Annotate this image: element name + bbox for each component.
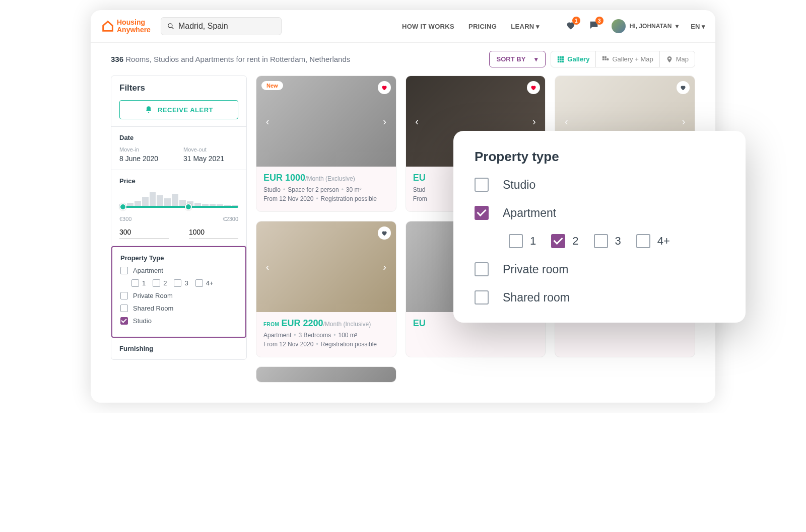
heart-icon (381, 230, 388, 237)
prev-image-button[interactable]: ‹ (260, 260, 275, 274)
nav-how-it-works[interactable]: HOW IT WORKS (402, 23, 454, 30)
map-pin-icon (666, 56, 673, 63)
price-histogram (119, 191, 238, 206)
popup-bedrooms-2[interactable]: 2 (551, 234, 578, 248)
messages-button[interactable]: 3 (588, 20, 599, 33)
svg-rect-7 (562, 58, 564, 60)
popup-bedrooms-3[interactable]: 3 (594, 234, 621, 248)
checkbox-shared-room[interactable]: Shared Room (120, 305, 237, 312)
svg-rect-6 (560, 58, 562, 60)
favorite-button[interactable] (378, 81, 391, 94)
grid-map-icon (602, 56, 609, 63)
checkbox-bedrooms-2[interactable]: 2 (153, 279, 167, 287)
popup-bedrooms-1[interactable]: 1 (509, 234, 536, 248)
user-greeting: HI, JOHNATAN (630, 23, 672, 30)
language-menu[interactable]: EN ▾ (691, 23, 705, 30)
slider-min-handle[interactable] (119, 203, 126, 210)
brand-logo[interactable]: HousingAnywhere (101, 19, 151, 34)
svg-point-15 (607, 58, 609, 60)
nav-learn[interactable]: LEARN ▾ (511, 23, 540, 30)
favorite-button[interactable] (677, 81, 690, 94)
nav-pricing[interactable]: PRICING (468, 23, 497, 30)
filter-price: Price €300€2300 (111, 170, 246, 246)
listing-image: New ‹ › (256, 76, 396, 167)
slider-max-handle[interactable] (185, 203, 192, 210)
next-image-button[interactable]: › (378, 260, 392, 274)
svg-rect-12 (605, 56, 607, 58)
svg-rect-4 (562, 56, 564, 58)
next-image-button[interactable]: › (527, 114, 541, 128)
listing-image (256, 367, 396, 382)
listing-image: ‹ › (256, 221, 396, 312)
svg-rect-14 (605, 58, 607, 60)
listing-card[interactable]: New ‹ › EUR 1000/Month (Exclusive) Studi… (256, 75, 396, 212)
price-min-input[interactable] (119, 226, 169, 239)
heart-icon (680, 84, 687, 91)
svg-rect-11 (602, 56, 604, 58)
nav-links: HOW IT WORKS PRICING LEARN ▾ (402, 23, 540, 30)
popup-option-studio[interactable]: Studio (475, 178, 724, 192)
bell-icon (145, 106, 153, 114)
move-out-field[interactable]: Move-out 31 May 2021 (183, 146, 238, 163)
prev-image-button[interactable]: ‹ (260, 114, 275, 128)
svg-rect-13 (602, 58, 604, 60)
prev-image-button[interactable]: ‹ (559, 114, 573, 128)
next-image-button[interactable]: › (378, 114, 392, 128)
popup-option-shared-room[interactable]: Shared room (475, 290, 724, 305)
move-in-field[interactable]: Move-in 8 June 2020 (119, 146, 174, 163)
chevron-down-icon: ▾ (536, 23, 540, 30)
new-badge: New (261, 81, 283, 90)
view-map[interactable]: Map (660, 51, 695, 67)
popup-bedrooms-4[interactable]: 4+ (636, 234, 670, 248)
checkbox-private-room[interactable]: Private Room (120, 292, 237, 299)
prev-image-button[interactable]: ‹ (410, 114, 424, 128)
search-value: Madrid, Spain (178, 22, 228, 31)
results-header: 336 Rooms, Studios and Apartments for re… (91, 43, 715, 75)
filters-title: Filters (119, 83, 238, 93)
listing-card[interactable]: ‹ › FROMEUR 2200/Month (Inclusive) Apart… (256, 221, 396, 357)
checkbox-apartment[interactable]: Apartment (120, 267, 237, 274)
avatar (612, 19, 626, 33)
property-type-popup: Property type Studio Apartment 1 2 3 4+ … (453, 131, 746, 323)
filter-date: Date Move-in 8 June 2020 Move-out 31 May… (111, 127, 246, 170)
svg-rect-5 (558, 58, 560, 60)
chevron-down-icon: ▾ (676, 23, 679, 30)
price-slider[interactable] (119, 190, 238, 215)
checkbox-bedrooms-4[interactable]: 4+ (195, 279, 214, 287)
price-max-input[interactable] (189, 226, 238, 239)
user-menu[interactable]: HI, JOHNATAN ▾ (612, 19, 679, 33)
checkbox-studio[interactable]: Studio (120, 317, 237, 325)
messages-badge: 3 (595, 17, 603, 25)
favorite-button[interactable] (527, 81, 540, 94)
svg-line-1 (172, 27, 174, 29)
listing-card[interactable] (256, 366, 396, 383)
house-icon (101, 19, 115, 33)
svg-point-0 (168, 24, 172, 28)
favorites-badge: 1 (572, 17, 580, 25)
popup-option-apartment[interactable]: Apartment (475, 206, 724, 220)
grid-icon (557, 56, 564, 63)
view-gallery[interactable]: Gallery (551, 51, 596, 67)
filter-furnishing[interactable]: Furnishing (111, 338, 246, 359)
chevron-down-icon: ▾ (534, 55, 538, 63)
next-image-button[interactable]: › (677, 114, 691, 128)
svg-rect-9 (560, 60, 562, 62)
svg-point-16 (668, 57, 670, 59)
results-count-line: 336 Rooms, Studios and Apartments for re… (111, 55, 350, 63)
heart-icon (530, 84, 537, 91)
svg-rect-8 (558, 60, 560, 62)
favorites-button[interactable]: 1 (565, 20, 576, 33)
view-toggle: Gallery Gallery + Map Map (551, 51, 695, 67)
checkbox-bedrooms-3[interactable]: 3 (174, 279, 188, 287)
checkbox-bedrooms-1[interactable]: 1 (131, 279, 146, 287)
popup-title: Property type (475, 149, 724, 165)
sort-button[interactable]: SORT BY▾ (489, 51, 546, 67)
favorite-button[interactable] (378, 226, 391, 240)
svg-rect-10 (562, 60, 564, 62)
svg-rect-3 (560, 56, 562, 58)
popup-option-private-room[interactable]: Private room (475, 262, 724, 276)
top-icons: 1 3 HI, JOHNATAN ▾ EN ▾ (565, 19, 705, 33)
search-input[interactable]: Madrid, Spain (161, 17, 282, 35)
view-gallery-map[interactable]: Gallery + Map (596, 51, 659, 67)
receive-alert-button[interactable]: RECEIVE ALERT (119, 100, 238, 119)
